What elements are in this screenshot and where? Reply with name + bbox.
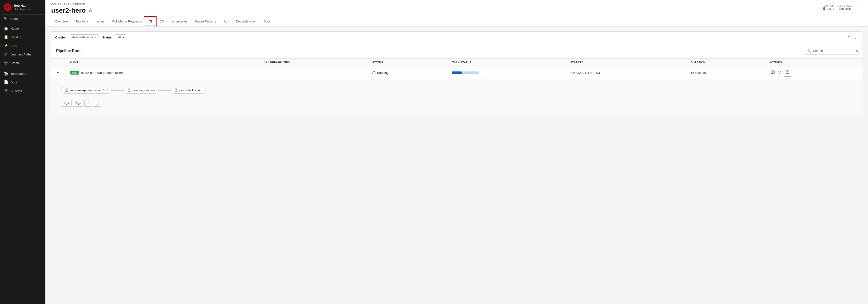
tab-topology[interactable]: Topology [72, 17, 92, 26]
search-label: Search [9, 17, 19, 21]
zoom-controls: 🔍+ 🔍− ⤢ ⛶ [56, 97, 857, 110]
task-progress-bar [452, 71, 481, 74]
svg-rect-1 [771, 71, 774, 73]
sidebar-item-clusters[interactable]: ☰ Clusters [0, 87, 45, 95]
sidebar-item-home[interactable]: 🏠 Home [0, 24, 45, 33]
redhat-logo-icon [4, 3, 11, 11]
row-expand-button[interactable]: ▾ [56, 70, 60, 75]
tab-cd[interactable]: CD [156, 17, 168, 26]
status-running: Running [372, 71, 443, 74]
pipeline-detail-cell: 🔄 verify-enterprise-contract 0/11 ⏳ quay… [51, 79, 862, 114]
search-button[interactable]: 🔍 Search [0, 14, 45, 23]
sidebar-item-label: Docs [10, 81, 18, 84]
pipeline-rerun-button[interactable] [776, 69, 783, 76]
tab-docs[interactable]: Docs [259, 17, 274, 26]
zoom-in-button[interactable]: 🔍+ [61, 100, 72, 107]
sidebar-item-label: APIs [10, 44, 17, 48]
cluster-filter-label: Cluster [55, 36, 66, 39]
pipeline-node-patch[interactable]: ⏳ patch-deployment [170, 87, 206, 94]
row-started-cell: 24/09/2024, 12:18:03 [566, 66, 686, 79]
page-title-text: user2-hero [51, 7, 86, 14]
sidebar-item-label: Clusters [10, 89, 22, 93]
tab-bar: Overview Topology Issues Pull/Merge Requ… [51, 17, 862, 26]
collapse-button[interactable]: ⌃ [846, 35, 851, 40]
sidebar-item-create[interactable]: ➕ Create... [0, 59, 45, 67]
tab-issues[interactable]: Issues [92, 17, 108, 26]
apis-icon: ⚡ [4, 43, 8, 48]
zoom-out-button[interactable]: 🔍− [73, 100, 84, 107]
fullscreen-button[interactable]: ⛶ [93, 100, 101, 107]
page-header: COMPONENT – SERVICE user2-hero ☆ Owner 👤… [45, 0, 868, 27]
more-options-icon[interactable]: ⋮ [856, 4, 862, 11]
rerun-icon [778, 70, 782, 74]
row-task-status-cell [447, 66, 565, 79]
pipeline-search-input[interactable] [813, 49, 853, 53]
col-name: NAME [65, 59, 260, 66]
logs-icon [785, 70, 789, 74]
node-count-verify: 0/11 [103, 89, 108, 92]
expand-button[interactable]: ⌄ [853, 35, 858, 40]
col-task-status: TASK STATUS [447, 59, 565, 66]
owner-meta: Owner 👤 user2 [823, 4, 834, 10]
sidebar-item-label: Home [10, 27, 19, 30]
pipeline-flow: 🔄 verify-enterprise-contract 0/11 ⏳ quay… [56, 83, 857, 97]
learning-paths-icon: 🎓 [4, 52, 8, 56]
pipeline-search-box[interactable]: 🔍 ✕ [805, 47, 857, 55]
filter-actions: ⌃ ⌄ [846, 35, 858, 40]
tab-api[interactable]: Api [220, 17, 232, 26]
tab-pull-merge-requests[interactable]: Pull/Merge Requests [108, 17, 145, 26]
fit-to-screen-button[interactable]: ⤢ [84, 100, 92, 107]
pending-icon-2: ⏳ [174, 88, 178, 92]
sidebar-item-docs[interactable]: 📄 Docs [0, 78, 45, 87]
row-expand-cell: ▾ [51, 66, 65, 79]
status-text: Running [377, 71, 389, 74]
lifecycle-value: production [839, 7, 852, 10]
row-status-cell: Running [367, 66, 447, 79]
row-duration-cell: 15 seconds [686, 66, 765, 79]
tab-dependencies[interactable]: Dependencies [232, 17, 259, 26]
node-label-verify: verify-enterprise-contract [70, 89, 101, 92]
progress-done-fill [452, 71, 462, 74]
plr-badge: PLR [70, 71, 79, 74]
pipeline-header: Pipeline Runs 🔍 ✕ [51, 43, 862, 59]
col-vulnerabilities: VULNERABILITIES [260, 59, 368, 66]
sidebar-item-tech-radar[interactable]: 📡 Tech Radar [0, 69, 45, 78]
zoom-in-icon: 🔍+ [63, 101, 69, 105]
pipeline-node-quay[interactable]: ⏳ quay-tag-promote [124, 87, 159, 94]
brand-subtitle: Developer Hub [14, 8, 31, 10]
page-title: user2-hero ☆ [51, 7, 92, 14]
tab-overview[interactable]: Overview [51, 17, 72, 26]
sidebar: Red Hat Developer Hub 🔍 Search 🏠 Home 📋 … [0, 0, 45, 304]
docs-icon: 📄 [4, 80, 8, 84]
pipeline-runs-title: Pipeline Runs [56, 49, 82, 53]
actions-cell [769, 69, 857, 77]
home-icon: 🏠 [4, 26, 8, 31]
cluster-filter-value: dev-cluster-infra [72, 36, 93, 39]
sidebar-item-apis[interactable]: ⚡ APIs [0, 41, 45, 50]
col-expand [51, 59, 65, 66]
pipeline-output-button[interactable] [769, 69, 776, 76]
pipeline-node-verify[interactable]: 🔄 verify-enterprise-contract 0/11 [61, 87, 112, 94]
sidebar-item-catalog[interactable]: 📋 Catalog [0, 33, 45, 41]
pipeline-search-clear-button[interactable]: ✕ [855, 49, 858, 53]
tab-ci[interactable]: CI [145, 17, 156, 26]
filter-bar: Cluster dev-cluster-infra ▾ Status All ▾… [51, 31, 862, 43]
pipeline-search-icon: 🔍 [807, 49, 811, 53]
col-actions: ACTIONS [765, 59, 862, 66]
breadcrumb: COMPONENT – SERVICE [51, 3, 92, 6]
pipeline-table-header: NAME VULNERABILITIES STATUS TASK STATUS … [51, 59, 862, 66]
pipeline-logs-button[interactable] [784, 69, 791, 77]
fullscreen-icon: ⛶ [95, 101, 99, 105]
tab-kubernetes[interactable]: Kubernetes [168, 17, 191, 26]
favorite-star-icon[interactable]: ☆ [88, 8, 92, 13]
cluster-filter-select[interactable]: dev-cluster-infra ▾ [70, 34, 98, 40]
cluster-filter-chevron-icon: ▾ [94, 36, 96, 39]
user-icon: 👤 [823, 7, 826, 10]
sidebar-item-learning-paths[interactable]: 🎓 Learning Paths [0, 50, 45, 59]
col-status: STATUS [367, 59, 447, 66]
brand-logo[interactable]: Red Hat Developer Hub [0, 0, 45, 14]
status-filter-select[interactable]: All ▾ [116, 34, 127, 40]
output-icon [771, 70, 775, 74]
tab-image-registry[interactable]: Image Registry [191, 17, 220, 26]
sidebar-divider [0, 68, 45, 68]
